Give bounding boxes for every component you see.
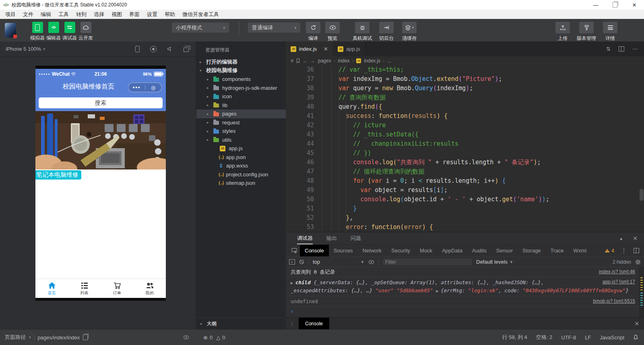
menu-item-视图[interactable]: 视图 — [108, 10, 126, 19]
devtools-tab-audits[interactable]: Audits — [467, 245, 491, 256]
tab-app-js[interactable]: JS app.js — [333, 41, 365, 56]
switch-background-button[interactable]: 切后台 — [375, 22, 398, 42]
split-editor-icon[interactable] — [619, 46, 624, 52]
search-input[interactable]: 搜索 — [39, 97, 163, 108]
console-source-link[interactable]: bmob.js? [sm]:5515 — [593, 297, 635, 305]
tree-item-lib[interactable]: ▸lib — [196, 101, 286, 110]
popout-icon[interactable] — [634, 248, 639, 253]
breadcrumb-item[interactable]: pages — [318, 58, 331, 64]
tree-item-app.wxss[interactable]: 3app.wxss — [196, 161, 286, 170]
details-button[interactable]: 详情 — [600, 22, 621, 42]
encoding-setting[interactable]: UTF-8 — [561, 335, 576, 341]
eol-setting[interactable]: LF — [585, 335, 591, 341]
kebab-menu-icon[interactable]: ⋮ — [290, 321, 295, 326]
watch-icon[interactable] — [183, 335, 189, 339]
console-filter-input[interactable] — [383, 258, 472, 265]
tab-problems[interactable]: 问题 — [351, 233, 361, 244]
tab-orders[interactable]: 订单 — [101, 279, 133, 298]
restore-button[interactable] — [605, 0, 625, 10]
devtools-tab-trace[interactable]: Trace — [546, 245, 569, 256]
outline-list-icon[interactable]: ≡ — [291, 58, 293, 64]
remote-debug-button[interactable]: 真机调试 — [349, 22, 375, 42]
console-source-link[interactable]: index.js? [sm]:46 — [599, 268, 635, 276]
version-control-button[interactable]: 版本管理 — [573, 22, 600, 42]
debugger-toggle-button[interactable]: 调试器 — [62, 22, 78, 41]
tree-item-project.config.json[interactable]: {..}project.config.json — [196, 170, 286, 179]
log-levels-select[interactable]: Default levels ▼ — [476, 259, 513, 265]
breadcrumb-item[interactable]: index — [338, 58, 350, 64]
tree-item-request[interactable]: ▸request — [196, 118, 286, 127]
cloud-dev-button[interactable]: 云开发 — [78, 22, 94, 41]
tree-item-app.json[interactable]: {..}app.json — [196, 153, 286, 162]
context-select[interactable]: top ▼ — [313, 259, 364, 265]
outline-section[interactable]: ▸ 大纲 — [196, 318, 286, 329]
cursor-position[interactable]: 行 58, 列 4 — [502, 334, 527, 341]
mute-icon[interactable] — [167, 46, 173, 52]
indent-setting[interactable]: 空格: 2 — [536, 334, 552, 341]
devtools-tab-security[interactable]: Security — [386, 245, 415, 256]
warning-badge[interactable]: 4 — [605, 248, 614, 254]
tab-me[interactable]: 我的 — [133, 279, 166, 298]
clear-console-icon[interactable] — [299, 259, 304, 264]
editor-scrollbar[interactable] — [640, 189, 644, 201]
breadcrumb-item[interactable]: ... — [387, 58, 391, 64]
devtools-tab-network[interactable]: Network — [357, 245, 386, 256]
collapse-panel-icon[interactable]: ▴ — [620, 236, 622, 241]
tab-output[interactable]: 输出 — [326, 233, 337, 244]
problem-counts[interactable]: ⊗ 0 △ 0 — [203, 335, 225, 341]
tree-item-app.js[interactable]: JSapp.js — [196, 144, 286, 153]
menu-item-设置[interactable]: 设置 — [143, 10, 161, 19]
compile-mode-select[interactable]: 普通编译 ▾ — [248, 23, 300, 33]
menu-item-选择[interactable]: 选择 — [90, 10, 108, 19]
close-panel-icon[interactable]: ✕ — [633, 235, 638, 242]
devtools-tab-mock[interactable]: Mock — [415, 245, 437, 256]
devtools-tab-console[interactable]: Console — [300, 245, 329, 256]
record-icon[interactable] — [150, 46, 157, 52]
device-frame-icon[interactable] — [135, 46, 140, 52]
close-drawer-icon[interactable]: ✕ — [634, 320, 639, 327]
tab-list[interactable]: 列表 — [68, 279, 101, 298]
more-menu-button[interactable]: ●●● — [128, 83, 145, 91]
eye-icon[interactable] — [368, 260, 374, 264]
console-sidebar-icon[interactable]: ▸ — [289, 259, 295, 264]
menu-item-工具[interactable]: 工具 — [55, 10, 72, 19]
devtools-tab-sensor[interactable]: Sensor — [491, 245, 518, 256]
tree-item-components[interactable]: ▸components — [196, 75, 286, 84]
compile-button[interactable]: 编译 — [303, 22, 323, 42]
menu-item-微信开发者工具[interactable]: 微信开发者工具 — [179, 10, 223, 19]
bell-icon[interactable] — [633, 335, 638, 340]
multi-window-icon[interactable] — [184, 48, 189, 52]
minimize-button[interactable]: — — [586, 0, 605, 10]
devtools-tab-appdata[interactable]: AppData — [437, 245, 467, 256]
console-drawer-tab[interactable]: Console — [299, 318, 329, 329]
toggle-sync-icon[interactable]: ⇅ — [606, 46, 611, 52]
tab-home[interactable]: 首页 — [35, 279, 68, 298]
back-icon[interactable]: ← — [303, 58, 308, 64]
tree-item-pages[interactable]: ▸pages — [196, 109, 286, 118]
motherboard-photo[interactable] — [35, 111, 166, 169]
menu-item-项目[interactable]: 项目 — [2, 10, 19, 19]
devtools-tab-wxml[interactable]: Wxml — [568, 245, 591, 256]
console-scrollbar[interactable] — [639, 267, 644, 318]
gear-icon[interactable] — [635, 259, 641, 265]
menu-item-转到[interactable]: 转到 — [72, 10, 90, 19]
menu-item-界面[interactable]: 界面 — [126, 10, 143, 19]
menu-item-帮助[interactable]: 帮助 — [161, 10, 179, 19]
menu-item-文件[interactable]: 文件 — [19, 10, 37, 19]
kebab-menu-icon[interactable]: ⋮ — [621, 247, 627, 254]
copy-icon[interactable] — [83, 335, 88, 340]
bookmark-icon[interactable] — [296, 58, 300, 63]
device-select[interactable]: iPhone 5 100% — [6, 46, 41, 52]
mode-select[interactable]: 小程序模式 ▾ — [172, 23, 229, 33]
tree-item-utils[interactable]: ▸utils — [196, 136, 286, 145]
banner-label[interactable]: 笔记本电脑维修 — [35, 170, 81, 180]
code-area[interactable]: 36 // var _this=this;37 var indexImg = B… — [286, 65, 639, 232]
tab-index-js[interactable]: JS index.js ✕ — [286, 41, 333, 56]
console-prompt[interactable]: › — [286, 307, 639, 316]
console-source-link[interactable]: app.js? [sm]:17 — [603, 279, 635, 285]
close-button[interactable]: ✕ — [625, 0, 644, 10]
devtools-tab-sources[interactable]: Sources — [329, 245, 358, 256]
tree-section-打开的编辑器[interactable]: ▸打开的编辑器 — [196, 58, 286, 66]
preview-button[interactable]: 预览 — [323, 22, 342, 42]
upload-button[interactable]: 上传 — [552, 22, 573, 42]
